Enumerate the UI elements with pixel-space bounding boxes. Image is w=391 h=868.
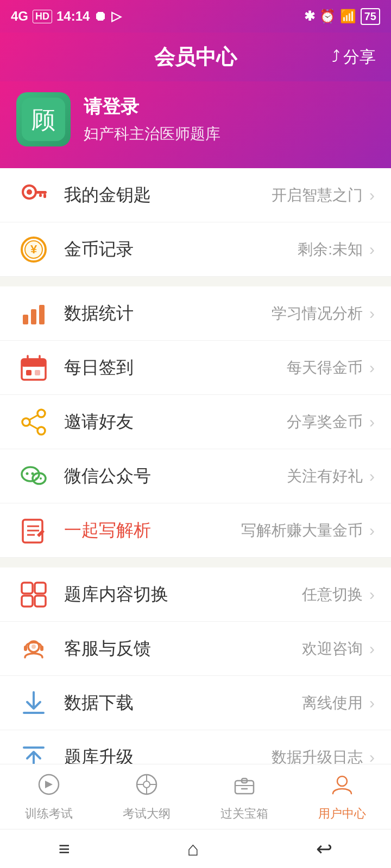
bottom-nav: 训练考试 考试大纲 过关宝箱 xyxy=(0,764,391,829)
daily-sign-label: 每日签到 xyxy=(64,356,287,380)
system-back-button[interactable]: ↩ xyxy=(300,832,349,866)
svg-line-23 xyxy=(29,424,38,429)
alarm-icon: ⏰ xyxy=(319,9,336,24)
nav-item-train[interactable]: 训练考试 xyxy=(0,772,98,822)
invite-right: 分享奖金币 › xyxy=(287,412,375,432)
switch-icon xyxy=(16,577,51,612)
daily-sign-chevron: › xyxy=(369,359,375,377)
download-chevron: › xyxy=(369,694,375,712)
profile-avatar: 顾 xyxy=(16,92,71,146)
invite-chevron: › xyxy=(369,413,375,431)
service-icon xyxy=(16,631,51,666)
svg-rect-37 xyxy=(35,596,46,607)
svg-rect-34 xyxy=(22,583,33,593)
user-nav-label: 用户中心 xyxy=(318,806,366,822)
key-icon xyxy=(16,178,51,213)
share-icon: ⤴ xyxy=(332,48,340,66)
coin-record-right: 剩余:未知 › xyxy=(298,239,375,260)
nav-item-outline[interactable]: 考试大纲 xyxy=(98,772,195,822)
svg-point-28 xyxy=(35,477,37,480)
wechat-sub: 关注有好礼 xyxy=(287,466,363,487)
svg-rect-4 xyxy=(35,191,47,194)
golden-key-chevron: › xyxy=(369,186,375,205)
play-icon: ▷ xyxy=(111,9,121,24)
switch-bank-right: 任意切换 › xyxy=(302,584,375,605)
menu-item-wechat[interactable]: 微信公众号 关注有好礼 › xyxy=(0,449,391,503)
train-nav-icon xyxy=(36,772,61,802)
menu-group-1: 我的金钥匙 开启智慧之门 › ¥ 金币记录 剩余:未知 › xyxy=(0,168,391,277)
golden-key-right: 开启智慧之门 › xyxy=(272,185,375,206)
download-label: 数据下载 xyxy=(64,691,302,715)
svg-text:¥: ¥ xyxy=(30,242,37,256)
signal-icon: 4G xyxy=(11,9,28,24)
svg-rect-11 xyxy=(31,309,36,324)
data-stats-chevron: › xyxy=(369,304,375,323)
status-bar: 4G HD 14:14 ⏺ ▷ ✱ ⏰ 📶 75 xyxy=(0,0,391,33)
wifi-icon: 📶 xyxy=(340,9,356,24)
menu-item-service[interactable]: 客服与反馈 欢迎咨询 › xyxy=(0,622,391,676)
service-label: 客服与反馈 xyxy=(64,637,302,661)
bluetooth-icon: ✱ xyxy=(304,9,315,24)
download-icon xyxy=(16,686,51,720)
menu-item-coin-record[interactable]: ¥ 金币记录 剩余:未知 › xyxy=(0,222,391,277)
svg-rect-6 xyxy=(39,194,42,197)
svg-rect-36 xyxy=(22,596,33,607)
svg-rect-18 xyxy=(35,370,40,375)
svg-point-39 xyxy=(31,644,36,649)
system-home-button[interactable]: ⌂ xyxy=(171,832,216,866)
coin-record-label: 金币记录 xyxy=(64,238,298,261)
menu-item-golden-key[interactable]: 我的金钥匙 开启智慧之门 › xyxy=(0,168,391,222)
status-right: ✱ ⏰ 📶 75 xyxy=(304,8,380,25)
system-menu-button[interactable]: ≡ xyxy=(42,832,86,866)
svg-point-29 xyxy=(40,477,42,480)
nav-item-treasure[interactable]: 过关宝箱 xyxy=(195,772,293,822)
menu-item-invite[interactable]: 邀请好友 分享奖金币 › xyxy=(0,395,391,449)
profile-login-text: 请登录 xyxy=(84,94,220,119)
service-sub: 欢迎咨询 xyxy=(302,639,363,659)
profile-subtitle: 妇产科主治医师题库 xyxy=(84,124,220,144)
invite-sub: 分享奖金币 xyxy=(287,412,363,432)
menu-item-write-analysis[interactable]: 一起写解析 写解析赚大量金币 › xyxy=(0,503,391,558)
svg-point-20 xyxy=(37,427,45,435)
golden-key-label: 我的金钥匙 xyxy=(64,183,272,207)
nav-item-user[interactable]: 用户中心 xyxy=(293,772,391,822)
service-right: 欢迎咨询 › xyxy=(302,639,375,659)
calendar-icon xyxy=(16,350,51,385)
avatar-image: 顾 xyxy=(16,92,71,146)
svg-rect-10 xyxy=(23,315,28,324)
svg-point-48 xyxy=(143,781,150,788)
svg-point-57 xyxy=(337,776,347,786)
outline-nav-label: 考试大纲 xyxy=(123,806,171,822)
time-display: 14:14 xyxy=(56,9,90,24)
coin-record-sub: 剩余:未知 xyxy=(298,239,363,260)
svg-point-21 xyxy=(22,418,30,426)
menu-group-3: 题库内容切换 任意切换 › 客服与反馈 欢迎咨询 xyxy=(0,567,391,784)
share-label: 分享 xyxy=(343,46,376,68)
divider-2 xyxy=(0,558,391,567)
content-area: 我的金钥匙 开启智慧之门 › ¥ 金币记录 剩余:未知 › xyxy=(0,168,391,868)
svg-text:顾: 顾 xyxy=(31,106,55,133)
menu-group-2: 数据统计 学习情况分析 › 每日签到 每天得金币 › xyxy=(0,286,391,558)
coin-record-chevron: › xyxy=(369,240,375,259)
treasure-nav-icon xyxy=(232,772,257,802)
service-chevron: › xyxy=(369,640,375,658)
svg-rect-5 xyxy=(43,194,46,198)
data-stats-sub: 学习情况分析 xyxy=(272,303,363,324)
profile-section[interactable]: 顾 请登录 妇产科主治医师题库 xyxy=(0,81,391,168)
invite-label: 邀请好友 xyxy=(64,410,287,434)
menu-item-data-stats[interactable]: 数据统计 学习情况分析 › xyxy=(0,286,391,341)
svg-point-19 xyxy=(37,410,45,417)
share-friends-icon xyxy=(16,405,51,439)
menu-item-switch-bank[interactable]: 题库内容切换 任意切换 › xyxy=(0,567,391,622)
switch-bank-chevron: › xyxy=(369,585,375,604)
battery-icon: 75 xyxy=(361,8,380,25)
record-icon: ⏺ xyxy=(94,9,107,24)
daily-sign-right: 每天得金币 › xyxy=(287,358,375,378)
share-button[interactable]: ⤴ 分享 xyxy=(332,46,376,68)
profile-info: 请登录 妇产科主治医师题库 xyxy=(84,94,220,144)
system-nav: ≡ ⌂ ↩ xyxy=(0,829,391,868)
menu-item-download[interactable]: 数据下载 离线使用 › xyxy=(0,676,391,730)
user-nav-icon xyxy=(330,772,355,802)
wechat-label: 微信公众号 xyxy=(64,464,287,488)
menu-item-daily-sign[interactable]: 每日签到 每天得金币 › xyxy=(0,341,391,395)
